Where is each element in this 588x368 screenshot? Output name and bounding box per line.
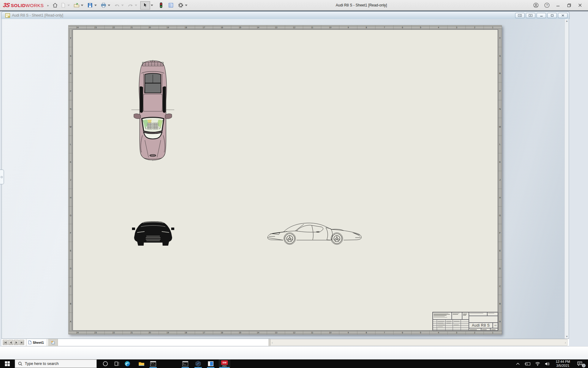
zone-label: 19 bbox=[159, 331, 177, 335]
home-icon bbox=[52, 2, 58, 8]
rebuild-button[interactable] bbox=[157, 1, 165, 9]
zone-label: 15 bbox=[231, 331, 249, 335]
next-sheet-button[interactable] bbox=[14, 340, 19, 345]
solidworks-app-icon: SW bbox=[221, 360, 228, 365]
drawing-document-icon bbox=[5, 13, 10, 18]
close-button[interactable] bbox=[575, 0, 586, 10]
save-button[interactable] bbox=[86, 1, 94, 9]
account-button[interactable] bbox=[530, 0, 541, 10]
open-button[interactable] bbox=[73, 1, 80, 9]
tray-wifi-button[interactable] bbox=[533, 359, 541, 368]
drawing-view-side[interactable] bbox=[266, 219, 364, 246]
minimize-button[interactable] bbox=[552, 0, 564, 10]
title-block-cell bbox=[462, 312, 469, 320]
help-button[interactable]: ? bbox=[541, 0, 552, 10]
zone-label: 12 bbox=[285, 331, 303, 335]
taskbar-taskview-button[interactable] bbox=[113, 359, 121, 368]
doc-dock-left-button[interactable] bbox=[515, 13, 525, 18]
scroll-up-icon[interactable]: ▲ bbox=[566, 20, 568, 22]
add-sheet-button[interactable] bbox=[48, 339, 58, 346]
taskbar-terminal2-button[interactable] bbox=[181, 359, 190, 368]
title-block-dwg-cell bbox=[469, 316, 498, 323]
taskbar-clock[interactable]: 12:44 PM 3/5/2021 bbox=[552, 359, 573, 368]
scroll-down-icon[interactable]: ▼ bbox=[566, 335, 568, 338]
zone-label: 9 bbox=[339, 331, 357, 335]
undo-button[interactable] bbox=[113, 1, 121, 9]
select-button[interactable] bbox=[140, 1, 150, 10]
chevron-up-icon bbox=[516, 362, 520, 365]
doc-minimize-button[interactable] bbox=[537, 13, 546, 18]
zone-label: 8 bbox=[357, 25, 375, 29]
select-cursor-icon bbox=[143, 2, 148, 8]
notification-center-button[interactable]: 3 bbox=[575, 359, 584, 368]
taskbar-explorer-button[interactable] bbox=[137, 359, 146, 368]
taskbar-terminal-button[interactable]: C:\_ bbox=[149, 359, 157, 368]
doc-restore-button[interactable] bbox=[547, 13, 557, 18]
zone-label: G bbox=[69, 207, 73, 224]
volume-icon bbox=[545, 362, 550, 366]
scroll-left-icon[interactable]: ‹ bbox=[272, 340, 273, 345]
zone-label: 20 bbox=[141, 331, 159, 335]
open-dropdown[interactable] bbox=[80, 1, 84, 9]
new-document-button[interactable] bbox=[59, 1, 67, 9]
print-dropdown[interactable] bbox=[107, 1, 111, 9]
previous-sheet-button[interactable] bbox=[8, 340, 13, 345]
doc-dock-right-button[interactable] bbox=[526, 13, 535, 18]
doc-titlebar[interactable]: Audi R8 S - Sheet1 [Read-only] bbox=[1, 11, 570, 19]
drawing-sheet[interactable]: 242322212019181716151413121110987654321 … bbox=[68, 25, 502, 334]
title-block-title: Audi R8 S bbox=[469, 323, 493, 328]
taskbar-solidworks-button[interactable]: SW 2021 bbox=[219, 359, 230, 368]
tab-sheet1[interactable]: Sheet1 bbox=[26, 339, 47, 346]
doc-title: Audi R8 S - Sheet1 [Read-only] bbox=[12, 12, 63, 19]
new-document-dropdown[interactable] bbox=[67, 1, 70, 9]
scroll-right-icon[interactable]: › bbox=[565, 340, 566, 345]
select-dropdown[interactable] bbox=[150, 1, 154, 9]
drawing-view-top[interactable] bbox=[131, 60, 174, 161]
feature-panel-handle[interactable] bbox=[0, 170, 4, 184]
doc-minimize-icon bbox=[540, 14, 543, 17]
zone-ruler-left: TSRPNMLKJHGFEDCBA bbox=[69, 29, 73, 331]
zone-label: F bbox=[69, 224, 73, 242]
zone-label: 1 bbox=[484, 25, 502, 29]
options-dropdown[interactable] bbox=[184, 1, 188, 9]
account-icon bbox=[533, 2, 539, 8]
taskbar-edrawings-button[interactable] bbox=[194, 359, 202, 368]
tray-volume-button[interactable] bbox=[543, 359, 551, 368]
first-sheet-button[interactable] bbox=[3, 340, 8, 345]
redo-button[interactable] bbox=[127, 1, 134, 9]
ruler-left: TSRPNMLKJHGFEDCBA bbox=[69, 29, 73, 331]
zone-label: F bbox=[498, 224, 502, 242]
quick-toolbar bbox=[51, 0, 190, 10]
save-dropdown[interactable] bbox=[94, 1, 97, 9]
app-titlebar: 3S SOLIDWORKS ▸ bbox=[0, 0, 588, 10]
brand-light: WORKS bbox=[26, 3, 44, 8]
taskbar-app-window-button[interactable] bbox=[206, 359, 215, 368]
last-sheet-button[interactable] bbox=[19, 340, 24, 345]
zone-label: 2 bbox=[466, 25, 484, 29]
drawing-viewport[interactable]: 242322212019181716151413121110987654321 … bbox=[2, 19, 569, 339]
options-button[interactable] bbox=[177, 1, 184, 9]
vertical-scrollbar[interactable]: ▲ ▼ bbox=[564, 19, 569, 339]
zone-label: L bbox=[498, 136, 502, 154]
undo-dropdown[interactable] bbox=[121, 1, 124, 9]
home-button[interactable] bbox=[51, 1, 59, 9]
drawing-view-front[interactable] bbox=[132, 218, 175, 247]
zone-label: T bbox=[69, 29, 73, 47]
doc-close-button[interactable] bbox=[558, 13, 567, 18]
taskbar-cortana-button[interactable] bbox=[101, 359, 110, 368]
file-properties-button[interactable] bbox=[167, 1, 175, 9]
print-button[interactable] bbox=[100, 1, 107, 9]
start-button[interactable] bbox=[0, 359, 15, 368]
horizontal-scrollbar[interactable]: ‹ › bbox=[270, 339, 567, 346]
restore-button[interactable] bbox=[564, 0, 575, 10]
zone-label: S bbox=[498, 47, 502, 65]
tray-chevron-button[interactable] bbox=[514, 359, 521, 368]
tray-battery-button[interactable] bbox=[524, 359, 532, 368]
zone-label: 22 bbox=[105, 331, 123, 335]
taskbar-search[interactable]: Type here to search bbox=[15, 359, 97, 368]
redo-dropdown[interactable] bbox=[134, 1, 138, 9]
zone-label: 12 bbox=[285, 25, 303, 29]
zone-label: N bbox=[69, 100, 73, 118]
taskbar-edge-button[interactable] bbox=[123, 359, 132, 368]
chevron-right-icon[interactable]: ▸ bbox=[47, 4, 49, 7]
